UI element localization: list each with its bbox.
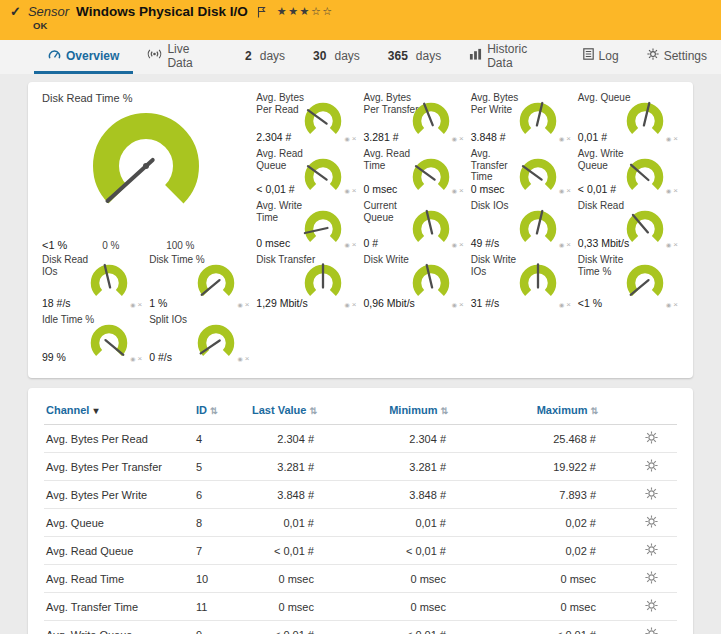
gauge-tile[interactable]: Avg. Read Time0 msec◉× bbox=[363, 148, 464, 198]
pin-icon[interactable]: ◉ bbox=[345, 136, 350, 142]
close-icon[interactable]: × bbox=[566, 135, 571, 143]
gauge-tile-icons[interactable]: ◉× bbox=[452, 135, 464, 143]
close-icon[interactable]: × bbox=[459, 135, 464, 143]
gauge-tile-icons[interactable]: ◉× bbox=[559, 187, 571, 195]
gauge-tile[interactable]: Idle Time %99 %◉× bbox=[42, 314, 143, 366]
gauge-tile[interactable]: Avg. Write Time0 msec◉× bbox=[256, 200, 357, 252]
pin-icon[interactable]: ◉ bbox=[237, 302, 242, 308]
gauge-tile-icons[interactable]: ◉× bbox=[559, 241, 571, 249]
gauge-tile[interactable]: Current Queue0 #◉× bbox=[363, 200, 464, 252]
gauge-tile[interactable]: Disk Transfer1,29 Mbit/s◉× bbox=[256, 254, 357, 312]
pin-icon[interactable]: ◉ bbox=[345, 302, 350, 308]
gauge-tile-icons[interactable]: ◉× bbox=[237, 301, 249, 309]
close-icon[interactable]: × bbox=[245, 355, 250, 363]
close-icon[interactable]: × bbox=[352, 241, 357, 249]
gauge-tile-icons[interactable]: ◉× bbox=[345, 241, 357, 249]
close-icon[interactable]: × bbox=[459, 301, 464, 309]
col-maximum[interactable]: Maximum⇅ bbox=[476, 398, 626, 425]
pin-icon[interactable]: ◉ bbox=[666, 136, 671, 142]
pin-icon[interactable]: ◉ bbox=[559, 136, 564, 142]
pin-icon[interactable]: ◉ bbox=[345, 242, 350, 248]
channel-settings-icon[interactable] bbox=[645, 599, 658, 612]
gauge-tile-icons[interactable]: ◉× bbox=[345, 135, 357, 143]
pin-icon[interactable]: ◉ bbox=[130, 356, 135, 362]
gauge-tile[interactable]: Disk Read0,33 Mbit/s◉× bbox=[578, 200, 679, 252]
gauge-tile-icons[interactable]: ◉× bbox=[345, 187, 357, 195]
close-icon[interactable]: × bbox=[459, 187, 464, 195]
tab-2-days[interactable]: 2days bbox=[231, 40, 299, 74]
priority-stars[interactable]: ★★★☆☆ bbox=[277, 5, 334, 18]
pin-icon[interactable]: ◉ bbox=[666, 188, 671, 194]
col-minimum[interactable]: Minimum⇅ bbox=[326, 398, 476, 425]
channel-name[interactable]: Avg. Read Time bbox=[44, 565, 194, 593]
gauge-tile-icons[interactable]: ◉× bbox=[666, 135, 678, 143]
pin-icon[interactable]: ◉ bbox=[452, 302, 457, 308]
tab-365-days[interactable]: 365days bbox=[374, 40, 455, 74]
gauge-tile[interactable]: Split IOs0 #/s◉× bbox=[149, 314, 250, 366]
gauge-tile-icons[interactable]: ◉× bbox=[130, 355, 142, 363]
gauge-tile-icons[interactable]: ◉× bbox=[666, 241, 678, 249]
channel-settings-icon[interactable] bbox=[645, 627, 658, 634]
channel-settings-icon[interactable] bbox=[645, 459, 658, 472]
col-last-value[interactable]: Last Value⇅ bbox=[250, 398, 326, 425]
col-channel[interactable]: Channel▾ bbox=[44, 398, 194, 425]
gauge-tile[interactable]: Avg. Bytes Per Read2.304 #◉× bbox=[256, 92, 357, 146]
tab-log[interactable]: Log bbox=[569, 40, 633, 74]
gauge-tile-icons[interactable]: ◉× bbox=[559, 135, 571, 143]
channel-settings-icon[interactable] bbox=[645, 543, 658, 556]
gauge-tile[interactable]: Disk Write IOs31 #/s◉× bbox=[471, 254, 572, 312]
close-icon[interactable]: × bbox=[566, 241, 571, 249]
close-icon[interactable]: × bbox=[352, 187, 357, 195]
gauge-tile[interactable]: Avg. Queue0,01 #◉× bbox=[578, 92, 679, 146]
pin-icon[interactable]: ◉ bbox=[452, 136, 457, 142]
flag-icon[interactable] bbox=[257, 6, 266, 18]
close-icon[interactable]: × bbox=[673, 135, 678, 143]
gauge-tile[interactable]: Avg. Bytes Per Transfer3.281 #◉× bbox=[363, 92, 464, 146]
close-icon[interactable]: × bbox=[137, 355, 142, 363]
gauge-tile-icons[interactable]: ◉× bbox=[345, 301, 357, 309]
tab-live-data[interactable]: Live Data bbox=[133, 40, 231, 74]
tab-30-days[interactable]: 30days bbox=[299, 40, 374, 74]
tab-historic-data[interactable]: Historic Data bbox=[455, 40, 568, 74]
channel-name[interactable]: Avg. Queue bbox=[44, 509, 194, 537]
gauge-tile[interactable]: Disk Write Time %<1 %◉× bbox=[578, 254, 679, 312]
pin-icon[interactable]: ◉ bbox=[559, 302, 564, 308]
pin-icon[interactable]: ◉ bbox=[452, 188, 457, 194]
col-id[interactable]: ID⇅ bbox=[194, 398, 250, 425]
gauge-tile[interactable]: Disk Time %1 %◉× bbox=[149, 254, 250, 312]
close-icon[interactable]: × bbox=[352, 301, 357, 309]
channel-settings-icon[interactable] bbox=[645, 431, 658, 444]
channel-name[interactable]: Avg. Bytes Per Read bbox=[44, 425, 194, 453]
pin-icon[interactable]: ◉ bbox=[452, 242, 457, 248]
gauge-tile-icons[interactable]: ◉× bbox=[452, 187, 464, 195]
close-icon[interactable]: × bbox=[245, 301, 250, 309]
close-icon[interactable]: × bbox=[352, 135, 357, 143]
close-icon[interactable]: × bbox=[673, 241, 678, 249]
gauge-tile-icons[interactable]: ◉× bbox=[130, 301, 142, 309]
pin-icon[interactable]: ◉ bbox=[559, 188, 564, 194]
gauge-tile-icons[interactable]: ◉× bbox=[559, 301, 571, 309]
tab-settings[interactable]: Settings bbox=[633, 40, 721, 74]
gauge-tile[interactable]: Disk IOs49 #/s◉× bbox=[471, 200, 572, 252]
gauge-tile[interactable]: Avg. Transfer Time0 msec◉× bbox=[471, 148, 572, 198]
pin-icon[interactable]: ◉ bbox=[666, 242, 671, 248]
gauge-tile-icons[interactable]: ◉× bbox=[666, 187, 678, 195]
primary-gauge[interactable]: Disk Read Time % <1 % 0 % 100 % bbox=[42, 92, 250, 252]
channel-name[interactable]: Avg. Bytes Per Write bbox=[44, 481, 194, 509]
tab-overview[interactable]: Overview bbox=[34, 40, 133, 74]
pin-icon[interactable]: ◉ bbox=[559, 242, 564, 248]
close-icon[interactable]: × bbox=[566, 301, 571, 309]
pin-icon[interactable]: ◉ bbox=[237, 356, 242, 362]
channel-name[interactable]: Avg. Bytes Per Transfer bbox=[44, 453, 194, 481]
close-icon[interactable]: × bbox=[673, 187, 678, 195]
close-icon[interactable]: × bbox=[459, 241, 464, 249]
gauge-tile-icons[interactable]: ◉× bbox=[666, 301, 678, 309]
gauge-tile[interactable]: Disk Read IOs18 #/s◉× bbox=[42, 254, 143, 312]
gauge-tile-icons[interactable]: ◉× bbox=[237, 355, 249, 363]
channel-settings-icon[interactable] bbox=[645, 487, 658, 500]
pin-icon[interactable]: ◉ bbox=[345, 188, 350, 194]
channel-name[interactable]: Avg. Transfer Time bbox=[44, 593, 194, 621]
channel-settings-icon[interactable] bbox=[645, 571, 658, 584]
pin-icon[interactable]: ◉ bbox=[666, 302, 671, 308]
pin-icon[interactable]: ◉ bbox=[130, 302, 135, 308]
